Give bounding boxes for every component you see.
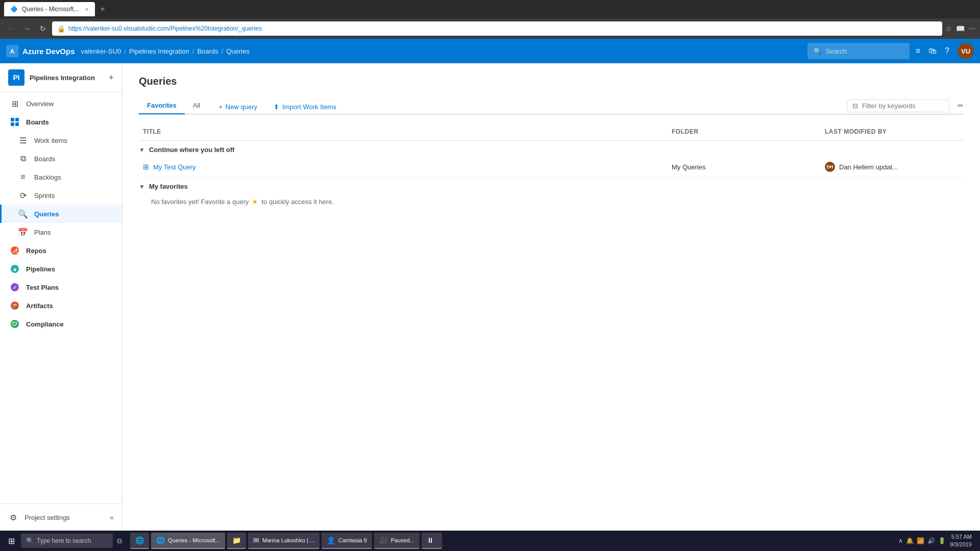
- reading-list-icon[interactable]: 📖: [956, 24, 965, 33]
- clock-date: 9/3/2019: [950, 541, 972, 548]
- sidebar-item-boards2-label: Boards: [34, 155, 55, 163]
- back-button[interactable]: ←: [4, 22, 17, 35]
- pipelines-icon: ◈: [10, 264, 20, 274]
- continue-section-header[interactable]: ▼ Continue where you left off: [139, 141, 964, 157]
- taskbar-app-paused[interactable]: ⏸: [422, 533, 442, 549]
- sidebar-item-compliance-label: Compliance: [26, 320, 64, 328]
- tray-battery-icon[interactable]: 🔋: [938, 537, 946, 544]
- taskbar-app-ie[interactable]: 🌐: [130, 533, 149, 549]
- taskbar-search-box[interactable]: 🔍 Type here to search: [21, 534, 113, 548]
- svg-text:A: A: [10, 48, 15, 55]
- breadcrumb: valenker-SU0 / Pipelines Integration / B…: [81, 47, 801, 55]
- tray-network-icon[interactable]: 📶: [917, 537, 924, 544]
- tab-all[interactable]: All: [185, 97, 208, 114]
- taskbar-app-inbox-label: Marina Lukoshko | ...: [262, 537, 314, 543]
- azure-devops-logo-icon: A: [6, 45, 18, 57]
- taskbar-app-camtasia[interactable]: 🎥 Paused...: [374, 533, 420, 549]
- app-logo[interactable]: A Azure DevOps: [6, 45, 75, 57]
- breadcrumb-boards[interactable]: Boards: [197, 47, 218, 55]
- clock-time: 5:57 AM: [950, 533, 972, 541]
- help-icon[interactable]: ?: [945, 46, 949, 56]
- system-clock[interactable]: 5:57 AM 9/3/2019: [950, 533, 972, 549]
- svg-text:🛡: 🛡: [12, 321, 17, 327]
- lock-icon: 🔒: [57, 25, 65, 33]
- sprints-icon: ⟳: [18, 190, 28, 201]
- system-tray: ∧ 🔔 📶 🔊 🔋 5:57 AM 9/3/2019: [894, 533, 976, 549]
- sidebar-item-pipelines[interactable]: ◈ Pipelines: [0, 260, 122, 278]
- edit-icon[interactable]: ✏: [958, 102, 964, 110]
- import-work-items-action[interactable]: ⬆ Import Work Items: [267, 100, 342, 114]
- sidebar-item-sprints[interactable]: ⟳ Sprints: [0, 186, 122, 205]
- query-row-my-test-query[interactable]: ⊞ My Test Query My Queries DH Dan Hellem…: [139, 157, 964, 178]
- taskbar-app-file-explorer[interactable]: 📁: [227, 533, 246, 549]
- project-settings-link[interactable]: ⚙ Project settings «: [0, 508, 122, 527]
- add-project-button[interactable]: +: [108, 72, 114, 83]
- browser-menu-icon[interactable]: ⋯: [969, 24, 976, 33]
- topbar: A Azure DevOps valenker-SU0 / Pipelines …: [0, 39, 980, 63]
- favorites-section-header[interactable]: ▼ My favorites: [139, 178, 964, 193]
- address-bar[interactable]: 🔒 https://valenker-su0.visualstudio.com/…: [52, 21, 942, 36]
- global-search-box[interactable]: 🔍 Search: [807, 43, 910, 59]
- header-title: Title: [139, 126, 668, 137]
- collapse-sidebar-button[interactable]: «: [110, 513, 114, 521]
- tab-close-button[interactable]: ✕: [85, 7, 89, 12]
- taskbar-app-marina[interactable]: 👤 Camtasia 9: [322, 533, 372, 549]
- breadcrumb-queries[interactable]: Queries: [226, 47, 250, 55]
- new-tab-button[interactable]: +: [97, 5, 108, 14]
- sidebar-item-queries[interactable]: 🔍 Queries: [0, 205, 122, 223]
- sidebar-item-work-items[interactable]: ☰ Work items: [0, 131, 122, 149]
- teams-icon: 👤: [327, 536, 335, 544]
- tab-favorites[interactable]: Favorites: [139, 97, 185, 114]
- sidebar-item-test-plans[interactable]: ✓ Test Plans: [0, 278, 122, 296]
- tray-up-arrow[interactable]: ∧: [898, 537, 903, 544]
- taskbar-apps: 🌐 🌐 Queries - Microsoft... 📁 ✉ Marina Lu…: [126, 533, 892, 549]
- settings-icon[interactable]: ≡: [916, 46, 920, 56]
- new-query-action[interactable]: + New query: [212, 100, 263, 114]
- breadcrumb-org[interactable]: valenker-SU0: [81, 47, 121, 55]
- taskbar-app-queries[interactable]: 🌐 Queries - Microsoft...: [151, 533, 225, 549]
- tray-volume-icon[interactable]: 🔊: [927, 537, 935, 544]
- svg-rect-5: [15, 122, 19, 126]
- new-query-icon: +: [218, 103, 223, 111]
- sidebar-item-test-plans-label: Test Plans: [26, 284, 59, 291]
- query-title-cell: ⊞ My Test Query: [139, 161, 668, 173]
- sidebar-item-boards2[interactable]: ⧉ Boards: [0, 149, 122, 168]
- sidebar-item-plans[interactable]: 📅 Plans: [0, 223, 122, 241]
- camtasia-icon: 🎥: [379, 536, 388, 544]
- paused-icon: ⏸: [427, 536, 434, 544]
- filter-input[interactable]: [862, 102, 944, 110]
- sidebar-item-overview[interactable]: ⊞ Overview: [0, 94, 122, 113]
- breadcrumb-project[interactable]: Pipelines Integration: [129, 47, 189, 55]
- filter-box[interactable]: ⊟: [847, 99, 949, 112]
- sidebar-bottom: ⚙ Project settings «: [0, 504, 122, 531]
- sidebar-item-backlogs[interactable]: ≡ Backlogs: [0, 168, 122, 186]
- sidebar-item-boards[interactable]: Boards: [0, 113, 122, 131]
- active-browser-tab[interactable]: 🔷 Queries - Microsoft... ✕: [4, 2, 95, 16]
- bookmark-star-icon[interactable]: ☆: [945, 24, 952, 33]
- sidebar-item-pipelines-label: Pipelines: [26, 265, 55, 273]
- sidebar-item-repos[interactable]: ⎇ Repos: [0, 241, 122, 260]
- windows-start-button[interactable]: ⊞: [4, 534, 19, 548]
- browser-nav-icons: ☆ 📖 ⋯: [945, 24, 976, 33]
- tray-notification-icon[interactable]: 🔔: [906, 537, 914, 544]
- sidebar-item-work-items-label: Work items: [34, 137, 67, 144]
- query-type-icon: ⊞: [143, 163, 149, 171]
- favorites-section-toggle: ▼: [139, 183, 145, 190]
- user-avatar[interactable]: VU: [958, 43, 974, 59]
- tray-icons: ∧ 🔔 📶 🔊 🔋: [898, 537, 946, 544]
- refresh-button[interactable]: ↻: [37, 22, 49, 35]
- svg-text:⎇: ⎇: [12, 248, 18, 254]
- query-folder-cell: My Queries: [668, 161, 821, 173]
- table-header: Title Folder Last modified by: [139, 123, 964, 141]
- file-explorer-icon: 📁: [232, 536, 241, 544]
- sidebar-item-compliance[interactable]: 🛡 Compliance: [0, 315, 122, 333]
- taskbar-app-queries-label: Queries - Microsoft...: [168, 537, 220, 543]
- query-name-link[interactable]: My Test Query: [153, 163, 196, 171]
- taskbar-search-icon: 🔍: [26, 537, 34, 544]
- shopping-icon[interactable]: 🛍: [928, 46, 937, 56]
- sidebar-item-artifacts[interactable]: 📦 Artifacts: [0, 296, 122, 315]
- sidebar-project-header: PI Pipelines Integration +: [0, 63, 122, 92]
- forward-button[interactable]: →: [20, 22, 34, 35]
- taskbar-app-inbox[interactable]: ✉ Marina Lukoshko | ...: [248, 533, 320, 549]
- task-view-icon[interactable]: ⧉: [117, 537, 122, 545]
